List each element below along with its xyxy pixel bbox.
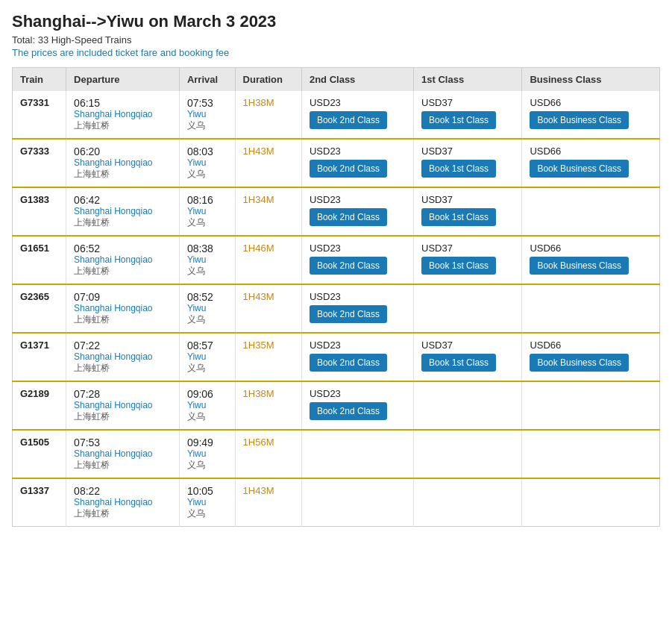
departure-station-zh: 上海虹桥 <box>74 362 172 375</box>
price-business: USD66 <box>530 97 652 108</box>
duration-value: 1H34M <box>243 194 274 205</box>
price-1st: USD37 <box>421 146 514 157</box>
departure-station-en: Shanghai Hongqiao <box>74 303 172 313</box>
book-business-class-button[interactable]: Book Business Class <box>530 354 629 372</box>
cell-departure: 06:20 Shanghai Hongqiao 上海虹桥 <box>66 139 180 187</box>
price-business: USD66 <box>530 340 652 351</box>
book-1st-class-button[interactable]: Book 1st Class <box>421 257 496 275</box>
book-1st-class-button[interactable]: Book 1st Class <box>421 160 496 178</box>
cell-duration: 1H38M <box>235 381 301 430</box>
book-business-class-button[interactable]: Book Business Class <box>530 257 629 275</box>
cell-1st-class: USD37 Book 1st Class <box>414 236 522 284</box>
cell-business-class <box>522 187 660 236</box>
train-number: G1337 <box>20 485 49 496</box>
departure-station-en: Shanghai Hongqiao <box>74 351 172 362</box>
arrival-time: 08:16 <box>187 194 227 206</box>
cell-train: G1337 <box>13 478 66 527</box>
table-header-row: Train Departure Arrival Duration 2nd Cla… <box>13 68 660 92</box>
arrival-station-en: Yiwu <box>187 497 227 507</box>
arrival-station-zh: 义乌 <box>187 507 227 520</box>
cell-departure: 06:52 Shanghai Hongqiao 上海虹桥 <box>66 236 180 284</box>
arrival-station-en: Yiwu <box>187 109 227 119</box>
departure-station-zh: 上海虹桥 <box>74 410 172 423</box>
col-departure: Departure <box>66 68 180 92</box>
cell-departure: 07:22 Shanghai Hongqiao 上海虹桥 <box>66 333 180 381</box>
price-1st: USD37 <box>421 194 514 205</box>
departure-station-en: Shanghai Hongqiao <box>74 109 172 119</box>
cell-departure: 07:53 Shanghai Hongqiao 上海虹桥 <box>66 430 180 478</box>
arrival-station-zh: 义乌 <box>187 168 227 181</box>
departure-time: 07:28 <box>74 388 172 400</box>
arrival-station-en: Yiwu <box>187 351 227 362</box>
book-1st-class-button[interactable]: Book 1st Class <box>421 111 496 129</box>
page-title: Shanghai-->Yiwu on March 3 2023 <box>12 12 660 31</box>
departure-station-zh: 上海虹桥 <box>74 168 172 181</box>
departure-station-zh: 上海虹桥 <box>74 216 172 229</box>
cell-train: G1371 <box>13 333 66 381</box>
departure-station-zh: 上海虹桥 <box>74 313 172 326</box>
book-business-class-button[interactable]: Book Business Class <box>530 160 629 178</box>
cell-2nd-class <box>301 430 413 478</box>
book-2nd-class-button[interactable]: Book 2nd Class <box>310 208 387 226</box>
cell-train: G7333 <box>13 139 66 187</box>
cell-2nd-class: USD23 Book 2nd Class <box>301 236 413 284</box>
departure-time: 07:09 <box>74 291 172 303</box>
book-business-class-button[interactable]: Book Business Class <box>530 111 629 129</box>
table-row: G137107:22 Shanghai Hongqiao 上海虹桥08:57 Y… <box>13 333 660 381</box>
book-2nd-class-button[interactable]: Book 2nd Class <box>310 354 387 372</box>
book-2nd-class-button[interactable]: Book 2nd Class <box>310 402 387 420</box>
arrival-station-en: Yiwu <box>187 303 227 313</box>
cell-arrival: 08:38 Yiwu 义乌 <box>179 236 235 284</box>
train-number: G1383 <box>20 194 49 205</box>
cell-2nd-class: USD23 Book 2nd Class <box>301 187 413 236</box>
book-1st-class-button[interactable]: Book 1st Class <box>421 354 496 372</box>
duration-value: 1H43M <box>243 146 274 157</box>
cell-2nd-class: USD23 Book 2nd Class <box>301 381 413 430</box>
departure-station-zh: 上海虹桥 <box>74 507 172 520</box>
col-business-class: Business Class <box>522 68 660 92</box>
table-row: G218907:28 Shanghai Hongqiao 上海虹桥09:06 Y… <box>13 381 660 430</box>
cell-business-class <box>522 284 660 333</box>
cell-arrival: 09:06 Yiwu 义乌 <box>179 381 235 430</box>
cell-train: G1383 <box>13 187 66 236</box>
cell-arrival: 07:53 Yiwu 义乌 <box>179 91 235 139</box>
arrival-time: 09:06 <box>187 388 227 400</box>
cell-departure: 07:09 Shanghai Hongqiao 上海虹桥 <box>66 284 180 333</box>
departure-time: 06:20 <box>74 146 172 157</box>
train-number: G7331 <box>20 97 49 108</box>
arrival-station-zh: 义乌 <box>187 313 227 326</box>
train-number: G2189 <box>20 388 49 399</box>
table-row: G150507:53 Shanghai Hongqiao 上海虹桥09:49 Y… <box>13 430 660 478</box>
book-2nd-class-button[interactable]: Book 2nd Class <box>310 257 387 275</box>
arrival-station-zh: 义乌 <box>187 459 227 472</box>
price-2nd: USD23 <box>310 146 406 157</box>
cell-1st-class: USD37 Book 1st Class <box>414 333 522 381</box>
departure-time: 07:22 <box>74 340 172 351</box>
book-2nd-class-button[interactable]: Book 2nd Class <box>310 160 387 178</box>
book-2nd-class-button[interactable]: Book 2nd Class <box>310 305 387 323</box>
departure-time: 07:53 <box>74 437 172 448</box>
cell-arrival: 08:52 Yiwu 义乌 <box>179 284 235 333</box>
duration-value: 1H43M <box>243 291 274 302</box>
note: The prices are included ticket fare and … <box>12 47 660 58</box>
arrival-time: 08:03 <box>187 146 227 157</box>
book-1st-class-button[interactable]: Book 1st Class <box>421 208 496 226</box>
price-2nd: USD23 <box>310 194 406 205</box>
departure-time: 08:22 <box>74 485 172 497</box>
book-2nd-class-button[interactable]: Book 2nd Class <box>310 111 387 129</box>
duration-value: 1H38M <box>243 97 274 108</box>
subtitle: Total: 33 High-Speed Trains <box>12 34 660 46</box>
train-number: G2365 <box>20 291 49 302</box>
cell-1st-class: USD37 Book 1st Class <box>414 187 522 236</box>
arrival-station-zh: 义乌 <box>187 265 227 278</box>
price-2nd: USD23 <box>310 291 406 302</box>
col-arrival: Arrival <box>179 68 235 92</box>
cell-duration: 1H43M <box>235 139 301 187</box>
price-2nd: USD23 <box>310 243 406 254</box>
arrival-station-en: Yiwu <box>187 448 227 459</box>
train-number: G1371 <box>20 340 49 351</box>
duration-value: 1H35M <box>243 340 274 351</box>
cell-departure: 07:28 Shanghai Hongqiao 上海虹桥 <box>66 381 180 430</box>
departure-station-en: Shanghai Hongqiao <box>74 254 172 265</box>
table-row: G236507:09 Shanghai Hongqiao 上海虹桥08:52 Y… <box>13 284 660 333</box>
